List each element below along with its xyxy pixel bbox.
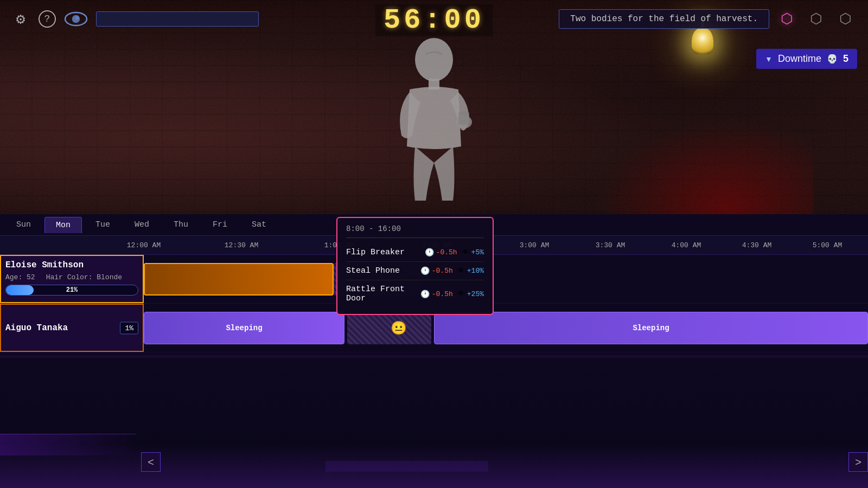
flip-breaker-visibility: 👁 +5% xyxy=(462,248,484,257)
time-label-430am: 4:30 AM xyxy=(742,241,772,249)
skull-icon: 💀 xyxy=(827,54,838,64)
downtime-button[interactable]: ▼ Downtime 💀 5 xyxy=(756,49,857,69)
aiguo-percentage: 1% xyxy=(120,322,138,334)
eloise-timeline[interactable] xyxy=(144,255,868,303)
chevron-down-icon: ▼ xyxy=(765,55,773,63)
tab-monday[interactable]: Mon xyxy=(44,217,82,233)
tab-sunday[interactable]: Sun xyxy=(5,217,42,233)
time-label-500am: 5:00 AM xyxy=(813,241,843,249)
top-hud: ⚙ ? 56:00 Two bodies for the field of ha… xyxy=(0,0,868,38)
eye-icon-2: 👁 xyxy=(457,267,465,275)
nav-left-button[interactable]: < xyxy=(141,452,161,472)
downtime-label: Downtime xyxy=(778,53,821,65)
eloise-progress-text: 21% xyxy=(66,286,78,294)
popup-time: 8:00 - 16:00 xyxy=(346,224,484,238)
time-label-1230am: 12:30 AM xyxy=(225,241,258,249)
tab-tuesday[interactable]: Tue xyxy=(85,217,121,233)
timer-display: 56:00 xyxy=(375,4,493,36)
time-label-330am: 3:30 AM xyxy=(596,241,626,249)
flip-breaker-time: 🕐 -0.5h xyxy=(425,248,457,257)
nav-right-button[interactable]: > xyxy=(848,452,868,472)
badge-shield-1: ⬡ xyxy=(804,7,828,31)
svg-point-6 xyxy=(76,17,78,19)
eloise-name: Eloise Smithson xyxy=(5,260,138,270)
tab-thursday[interactable]: Thu xyxy=(163,217,199,233)
rattle-door-time: 🕐 -0.5h xyxy=(420,290,453,299)
eloise-details: Age: 52 Hair Color: Blonde xyxy=(5,273,138,281)
eloise-progress-bar: 21% xyxy=(5,285,138,296)
bottom-area xyxy=(0,358,868,488)
aiguo-timeline[interactable]: Sleeping Sleeping 😐 xyxy=(144,304,868,352)
aiguo-name: Aiguo Tanaka xyxy=(5,323,68,333)
eloise-active-block[interactable] xyxy=(144,263,334,296)
aiguo-noise-block xyxy=(347,312,431,344)
eloise-age: Age: 52 xyxy=(5,273,35,281)
eloise-info-panel[interactable]: Eloise Smithson Age: 52 Hair Color: Blon… xyxy=(0,255,144,303)
aiguo-sleep-2[interactable]: Sleeping xyxy=(434,312,868,344)
eye-icon-1: 👁 xyxy=(462,248,469,257)
hud-left: ⚙ ? xyxy=(11,7,259,31)
clock-icon-3: 🕐 xyxy=(420,290,430,299)
sleeping-label-1: Sleeping xyxy=(226,324,262,332)
hud-right: Two bodies for the field of harvest. ⬡ ⬡… xyxy=(559,7,857,31)
tab-wednesday[interactable]: Wed xyxy=(124,217,160,233)
eloise-progress-fill xyxy=(6,285,34,295)
steal-phone-label: Steal Phone xyxy=(346,266,420,275)
clock-icon-2: 🕐 xyxy=(420,266,430,275)
glitch-line-center xyxy=(326,461,488,472)
steal-phone-visibility: 👁 +10% xyxy=(457,267,484,275)
eye-icon[interactable] xyxy=(64,7,88,31)
glitch-line-left xyxy=(0,434,136,455)
aiguo-info-panel[interactable]: Aiguo Tanaka 1% xyxy=(0,304,144,352)
message-box: Two bodies for the field of harvest. xyxy=(559,9,769,29)
gear-icon[interactable]: ⚙ xyxy=(11,9,30,29)
mask-icon: 😐 xyxy=(391,320,407,336)
clock-icon-1: 🕐 xyxy=(425,248,434,257)
character-silhouette xyxy=(385,27,483,211)
flip-breaker-label: Flip Breaker xyxy=(346,248,425,257)
eye-icon-3: 👁 xyxy=(457,290,465,298)
tab-friday[interactable]: Fri xyxy=(202,217,238,233)
time-label-400am: 4:00 AM xyxy=(672,241,701,249)
tab-saturday[interactable]: Sat xyxy=(241,217,277,233)
popup-action-steal-phone[interactable]: Steal Phone 🕐 -0.5h 👁 +10% xyxy=(346,262,484,280)
badge-shield-2: ⬡ xyxy=(833,7,857,31)
popup-action-rattle-door[interactable]: Rattle Front Door 🕐 -0.5h 👁 +25% xyxy=(346,280,484,307)
blood-splatter xyxy=(597,119,814,228)
eloise-hair: Hair Color: Blonde xyxy=(46,273,122,281)
steal-phone-time: 🕐 -0.5h xyxy=(420,266,453,275)
help-icon[interactable]: ? xyxy=(39,10,56,28)
svg-point-0 xyxy=(415,38,453,81)
time-label-1200am: 12:00 AM xyxy=(127,241,161,249)
svg-rect-3 xyxy=(458,111,469,125)
sleeping-label-2: Sleeping xyxy=(633,324,669,332)
popup-action-flip-breaker[interactable]: Flip Breaker 🕐 -0.5h 👁 +5% xyxy=(346,243,484,262)
badge-star: ⬡ xyxy=(775,7,799,31)
rattle-door-visibility: 👁 +25% xyxy=(457,290,484,298)
time-label-300am: 3:00 AM xyxy=(520,241,550,249)
action-popup: 8:00 - 16:00 Flip Breaker 🕐 -0.5h 👁 +5% … xyxy=(336,217,494,315)
aiguo-sleep-1[interactable]: Sleeping xyxy=(144,312,344,344)
downtime-count: 5 xyxy=(843,53,848,65)
progress-bar xyxy=(96,11,259,27)
rattle-door-label: Rattle Front Door xyxy=(346,285,420,303)
